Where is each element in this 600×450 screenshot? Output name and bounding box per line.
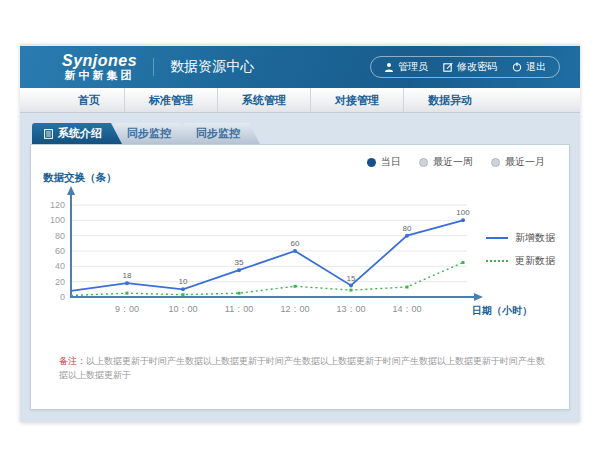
svg-text:10：00: 10：00 <box>168 304 197 314</box>
nav-item-home[interactable]: 首页 <box>54 88 125 112</box>
tab-sync-monitor-2-label: 同步监控 <box>196 126 240 141</box>
radio-today[interactable]: 当日 <box>367 155 401 169</box>
nav-item-system-mgmt[interactable]: 系统管理 <box>218 88 311 112</box>
user-menu-change-password[interactable]: 修改密码 <box>443 60 497 74</box>
document-icon <box>44 129 53 139</box>
main-nav: 首页 标准管理 系统管理 对接管理 数据异动 <box>20 88 580 113</box>
app-header: Synjones 新中新集团 数据资源中心 管理员 修改密码 <box>20 46 580 88</box>
svg-text:0: 0 <box>60 292 65 302</box>
tab-sync-monitor-1[interactable]: 同步监控 <box>115 123 191 144</box>
user-menu-admin-label: 管理员 <box>398 60 428 74</box>
radio-last-week-label: 最近一周 <box>433 155 473 169</box>
svg-text:15: 15 <box>347 274 356 283</box>
legend-item-new-data: 新增数据 <box>486 231 555 245</box>
radio-unselected-icon <box>491 158 500 167</box>
svg-text:日期（小时）: 日期（小时） <box>472 305 532 316</box>
page-title: 数据资源中心 <box>153 58 254 76</box>
svg-text:60: 60 <box>291 239 300 248</box>
user-menu: 管理员 修改密码 退出 <box>370 56 560 78</box>
nav-item-interface-mgmt[interactable]: 对接管理 <box>311 88 404 112</box>
user-icon <box>384 62 394 72</box>
radio-last-week[interactable]: 最近一周 <box>419 155 473 169</box>
page-background: Synjones 新中新集团 数据资源中心 管理员 修改密码 <box>0 0 600 450</box>
user-menu-logout-label: 退出 <box>526 60 546 74</box>
footnote-prefix: 备注： <box>59 356 86 366</box>
svg-text:80: 80 <box>55 231 65 241</box>
logo: Synjones 新中新集团 <box>62 53 137 81</box>
user-menu-logout[interactable]: 退出 <box>512 60 546 74</box>
radio-last-month-label: 最近一月 <box>505 155 545 169</box>
svg-text:35: 35 <box>235 258 244 267</box>
radio-last-month[interactable]: 最近一月 <box>491 155 545 169</box>
user-menu-change-password-label: 修改密码 <box>457 60 497 74</box>
legend-item-update-data: 更新数据 <box>486 254 555 268</box>
svg-text:14：00: 14：00 <box>392 304 421 314</box>
nav-item-standard-mgmt[interactable]: 标准管理 <box>125 88 218 112</box>
legend-update-data-label: 更新数据 <box>515 254 555 268</box>
svg-text:9：00: 9：00 <box>115 304 139 314</box>
user-menu-admin[interactable]: 管理员 <box>384 60 428 74</box>
tab-system-intro[interactable]: 系统介绍 <box>32 123 122 144</box>
tab-sync-monitor-2[interactable]: 同步监控 <box>184 123 260 144</box>
svg-text:120: 120 <box>50 200 65 210</box>
svg-text:20: 20 <box>55 277 65 287</box>
svg-text:13：00: 13：00 <box>336 304 365 314</box>
radio-unselected-icon <box>419 158 428 167</box>
logo-text-en: Synjones <box>62 53 137 70</box>
content-area: 系统介绍 同步监控 同步监控 当日 最近一周 <box>20 113 580 422</box>
app-window: Synjones 新中新集团 数据资源中心 管理员 修改密码 <box>20 44 580 422</box>
range-filter: 当日 最近一周 最近一月 <box>367 155 545 169</box>
radio-selected-icon <box>367 158 376 167</box>
svg-text:100: 100 <box>456 208 470 217</box>
svg-text:60: 60 <box>55 246 65 256</box>
svg-text:40: 40 <box>55 261 65 271</box>
svg-text:80: 80 <box>403 224 412 233</box>
logo-text-cn: 新中新集团 <box>65 70 135 82</box>
tab-sync-monitor-1-label: 同步监控 <box>127 126 171 141</box>
legend-line-dotted-icon <box>486 260 508 262</box>
radio-today-label: 当日 <box>381 155 401 169</box>
svg-text:12：00: 12：00 <box>280 304 309 314</box>
chart-legend: 新增数据 更新数据 <box>486 231 555 277</box>
edit-icon <box>443 62 453 72</box>
svg-text:100: 100 <box>50 215 65 225</box>
svg-text:18: 18 <box>123 271 132 280</box>
svg-text:10: 10 <box>179 277 188 286</box>
power-icon <box>512 62 522 72</box>
chart-panel: 当日 最近一周 最近一月 数据交换（条） 0204060801001209：00… <box>30 144 570 410</box>
footnote: 备注：以上数据更新于时间产生数据以上数据更新于时间产生数据以上数据更新于时间产生… <box>59 355 551 382</box>
tab-bar: 系统介绍 同步监控 同步监控 <box>32 123 570 144</box>
legend-new-data-label: 新增数据 <box>515 231 555 245</box>
svg-text:11：00: 11：00 <box>225 304 253 314</box>
tab-system-intro-label: 系统介绍 <box>58 126 102 141</box>
legend-line-solid-icon <box>486 237 508 239</box>
nav-item-data-change[interactable]: 数据异动 <box>404 88 496 112</box>
footnote-text: 以上数据更新于时间产生数据以上数据更新于时间产生数据以上数据更新于时间产生数据以… <box>59 356 545 380</box>
